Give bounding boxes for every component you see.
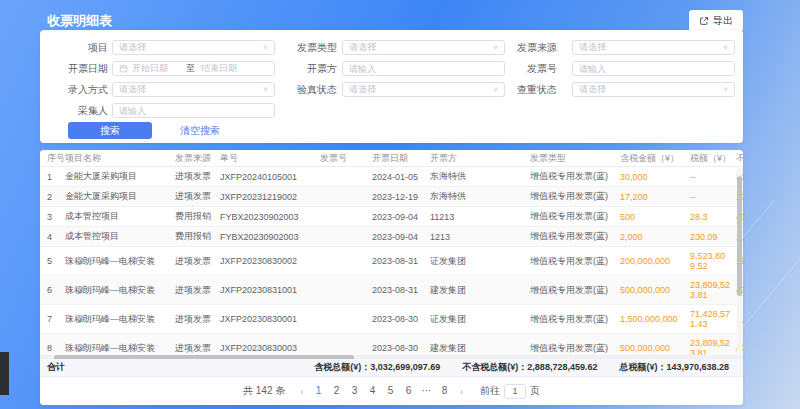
invoice-type-label: 发票类型 <box>280 40 337 55</box>
collector-input[interactable] <box>112 103 275 118</box>
cell-type: 增值税专用发票(蓝) <box>530 210 620 223</box>
table-header-row: 序号项目名称发票来源单号发票号开票日期开票方发票类型含税金额（¥）税额（¥）不含… <box>40 150 743 167</box>
chevron-down-icon: ˅ <box>723 43 728 52</box>
cell-amount_incl: 2,000 <box>620 232 690 242</box>
cell-project: 珠穆朗玛峰—电梯安装 <box>65 255 175 268</box>
pagination-bar: 共 142 条 ‹ 123456⋯8 › 前往 页 <box>40 377 743 405</box>
summary-row: 合计 含税总额(¥)：3,032,699,097.69 不含税总额(¥)：2,8… <box>40 359 743 377</box>
cell-seq: 4 <box>47 232 65 242</box>
cell-project: 珠穆朗玛峰—电梯安装 <box>65 313 175 326</box>
export-button[interactable]: 导出 <box>689 10 743 32</box>
cell-date: 2023-09-04 <box>372 212 430 222</box>
end-date-placeholder: 结束日期 <box>201 62 268 75</box>
verify-status-label: 验真状态 <box>280 82 337 97</box>
column-header-doc_no: 单号 <box>220 152 320 165</box>
cell-source: 进项发票 <box>175 170 220 183</box>
cell-amount_incl: 500,000,000 <box>620 285 690 295</box>
cell-tax: 71,428,571.43 <box>690 309 736 329</box>
cell-source: 进项发票 <box>175 342 220 355</box>
invoice-no-field[interactable] <box>579 64 728 74</box>
cell-issuer: 11213 <box>430 212 530 222</box>
cell-tax: 230.09 <box>690 232 736 242</box>
cell-issuer: 建发集团 <box>430 284 530 297</box>
cell-doc_no: JXFP20231219002 <box>220 192 320 202</box>
vertical-scrollbar-thumb[interactable] <box>737 176 742 296</box>
invoice-table-card: 序号项目名称发票来源单号发票号开票日期开票方发票类型含税金额（¥）税额（¥）不含… <box>40 150 743 405</box>
dedupe-status-select[interactable]: 请选择 ˅ <box>572 82 735 97</box>
table-row: 3成本管控项目费用报销FYBX202309020032023-09-041121… <box>40 207 743 227</box>
page-button-3[interactable]: 3 <box>347 383 363 399</box>
verify-status-select[interactable]: 请选择 ˅ <box>342 82 505 97</box>
issuer-label: 开票方 <box>280 61 337 76</box>
invoice-type-select[interactable]: 请选择 ˅ <box>342 40 505 55</box>
cell-type: 增值税专用发票(蓝) <box>530 170 620 183</box>
column-header-seq: 序号 <box>47 152 65 165</box>
entry-method-select[interactable]: 请选择 ˅ <box>112 82 275 97</box>
column-header-source: 发票来源 <box>175 152 220 165</box>
issuer-field[interactable] <box>349 64 498 74</box>
cell-date: 2023-08-31 <box>372 256 430 266</box>
column-header-tax: 税额（¥） <box>690 152 736 165</box>
summary-label: 合计 <box>40 361 65 374</box>
next-page-button[interactable]: › <box>457 386 466 397</box>
cell-type: 增值税专用发票(蓝) <box>530 342 620 355</box>
cell-date: 2023-08-31 <box>372 285 430 295</box>
page-button-6[interactable]: 6 <box>401 383 417 399</box>
start-date-placeholder: 开始日期 <box>132 62 180 75</box>
column-header-invoice_no: 发票号 <box>320 152 372 165</box>
cell-seq: 2 <box>47 192 65 202</box>
page-button-4[interactable]: 4 <box>365 383 381 399</box>
prev-page-button[interactable]: ‹ <box>297 386 306 397</box>
cell-date: 2023-08-30 <box>372 314 430 324</box>
goto-page-input[interactable] <box>504 384 526 399</box>
cell-source: 费用报销 <box>175 210 220 223</box>
page-button-8[interactable]: 8 <box>437 383 453 399</box>
table-row: 7珠穆朗玛峰—电梯安装进项发票JXFP202308300012023-08-30… <box>40 305 743 334</box>
cell-date: 2023-12-19 <box>372 192 430 202</box>
cell-doc_no: JXFP20230830003 <box>220 343 320 353</box>
invoice-no-label: 发票号 <box>495 61 557 76</box>
cell-seq: 7 <box>47 314 65 324</box>
cell-amount_incl: 500,000,000 <box>620 343 690 353</box>
cell-tax: 23,809,523.81 <box>690 280 736 300</box>
table-row: 5珠穆朗玛峰—电梯安装进项发票JXFP202308300022023-08-31… <box>40 247 743 276</box>
cell-tax: 9,523,809.52 <box>690 251 736 271</box>
cell-seq: 8 <box>47 343 65 353</box>
vertical-scrollbar[interactable] <box>737 168 742 354</box>
column-header-type: 发票类型 <box>530 152 620 165</box>
filter-panel: 项目 请选择 ˅ 发票类型 请选择 ˅ 发票来源 请选择 ˅ 开票日期 开始日期… <box>40 30 743 143</box>
collector-field[interactable] <box>119 106 268 116</box>
issuer-input[interactable] <box>342 61 505 76</box>
page-button-2[interactable]: 2 <box>329 383 345 399</box>
cell-tax: -- <box>690 192 736 202</box>
page-button-5[interactable]: 5 <box>383 383 399 399</box>
cell-project: 珠穆朗玛峰—电梯安装 <box>65 284 175 297</box>
invoice-no-input[interactable] <box>572 61 735 76</box>
table-row: 6珠穆朗玛峰—电梯安装进项发票JXFP202308310012023-08-31… <box>40 276 743 305</box>
page-button-1[interactable]: 1 <box>311 383 327 399</box>
cell-project: 珠穆朗玛峰—电梯安装 <box>65 342 175 355</box>
cell-type: 增值税专用发票(蓝) <box>530 313 620 326</box>
cell-issuer: 证发集团 <box>430 255 530 268</box>
page-unit-label: 页 <box>530 384 540 398</box>
chevron-down-icon: ˅ <box>723 85 728 94</box>
cell-tax: 28.3 <box>690 212 736 222</box>
column-header-date: 开票日期 <box>372 152 430 165</box>
issue-date-label: 开票日期 <box>40 61 108 76</box>
cell-issuer: 1213 <box>430 232 530 242</box>
project-select[interactable]: 请选择 ˅ <box>112 40 275 55</box>
search-button[interactable]: 搜索 <box>68 122 152 139</box>
issue-date-range-picker[interactable]: 开始日期 至 结束日期 <box>112 61 275 76</box>
cell-issuer: 东海特供 <box>430 190 530 203</box>
cell-doc_no: JXFP20240105001 <box>220 172 320 182</box>
page-title: 收票明细表 <box>47 12 112 30</box>
total-excl-tax: 不含税总额(¥)：2,888,728,459.62 <box>462 361 597 374</box>
cell-source: 进项发票 <box>175 255 220 268</box>
invoice-source-label: 发票来源 <box>495 40 557 55</box>
cell-issuer: 东海特供 <box>430 170 530 183</box>
cell-type: 增值税专用发票(蓝) <box>530 255 620 268</box>
pagination-total: 共 142 条 <box>243 384 285 398</box>
clear-search-button[interactable]: 清空搜索 <box>180 122 220 139</box>
goto-page-control: 前往 页 <box>480 384 540 399</box>
invoice-source-select[interactable]: 请选择 ˅ <box>572 40 735 55</box>
